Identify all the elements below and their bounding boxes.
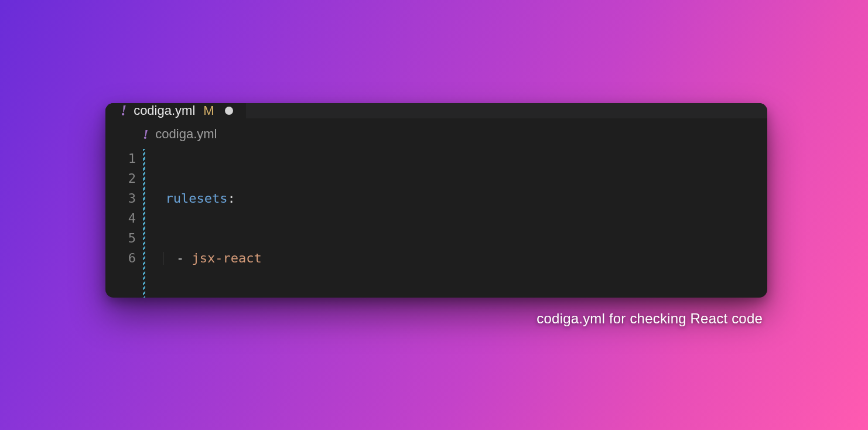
yaml-value: jsx-react bbox=[192, 248, 262, 268]
editor-window: ! codiga.yml M ! codiga.yml 1 2 3 4 5 6 … bbox=[105, 103, 767, 298]
line-number-gutter: 1 2 3 4 5 6 bbox=[105, 149, 143, 298]
code-line[interactable]: - jsx-react bbox=[150, 248, 767, 268]
line-number: 2 bbox=[105, 169, 136, 189]
indent-guide bbox=[163, 252, 163, 265]
tab-codiga-yml[interactable]: ! codiga.yml M bbox=[105, 103, 246, 118]
yaml-dash: - bbox=[176, 248, 184, 268]
yaml-key: rulesets bbox=[166, 189, 228, 209]
yaml-colon: : bbox=[227, 189, 235, 209]
breadcrumb[interactable]: ! codiga.yml bbox=[105, 118, 767, 149]
tab-filename: codiga.yml bbox=[134, 103, 195, 118]
change-ruler bbox=[143, 149, 145, 298]
modified-indicator: M bbox=[203, 103, 214, 118]
code-line[interactable]: rulesets: bbox=[150, 189, 767, 209]
code-content[interactable]: rulesets: - jsx-react bbox=[150, 149, 767, 298]
code-editor[interactable]: 1 2 3 4 5 6 rulesets: - jsx-react bbox=[105, 149, 767, 298]
line-number: 4 bbox=[105, 209, 136, 228]
unsaved-dot-icon bbox=[225, 107, 233, 115]
image-caption: codiga.yml for checking React code bbox=[536, 310, 763, 327]
yaml-file-icon: ! bbox=[121, 103, 127, 118]
line-number: 3 bbox=[105, 189, 136, 209]
tab-bar: ! codiga.yml M bbox=[105, 103, 767, 118]
line-number: 6 bbox=[105, 248, 136, 268]
line-number: 1 bbox=[105, 149, 136, 169]
yaml-file-icon: ! bbox=[143, 127, 148, 141]
line-number: 5 bbox=[105, 228, 136, 248]
breadcrumb-filename: codiga.yml bbox=[155, 127, 217, 142]
